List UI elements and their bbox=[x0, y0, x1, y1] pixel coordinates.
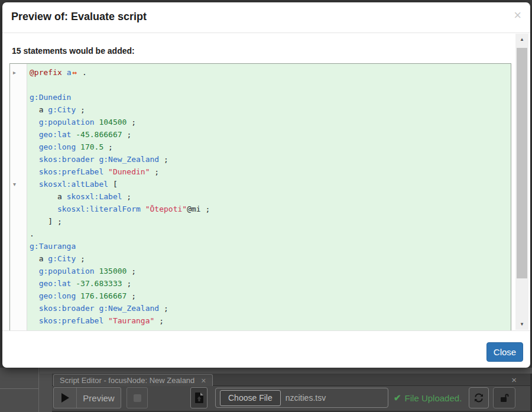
fold-widget-icon[interactable]: ↔ bbox=[71, 68, 77, 77]
code-preview: ▸@prefix a↔ .g:Dunedin a g:City ; g:popu… bbox=[9, 63, 511, 330]
gutter-cell bbox=[10, 265, 27, 277]
scrollbar-down-icon[interactable]: ▾ bbox=[515, 319, 528, 329]
code-line: g:population 104500 ; bbox=[10, 116, 511, 128]
code-line: geo:long 176.166667 ; bbox=[10, 290, 511, 302]
tab-script-editor-label: Script Editor - focusNode: New Zealand bbox=[60, 376, 194, 385]
refresh-button[interactable] bbox=[469, 387, 489, 408]
gutter-cell bbox=[10, 240, 27, 252]
background-band bbox=[40, 368, 532, 374]
code-line: skos:prefLabel "Tauranga" ; bbox=[10, 314, 511, 327]
refresh-icon bbox=[474, 393, 484, 403]
file-upload-icon bbox=[195, 392, 203, 403]
upload-file-button[interactable] bbox=[190, 387, 207, 408]
gutter-cell bbox=[10, 116, 27, 128]
preview-button[interactable]: Preview bbox=[77, 388, 121, 408]
preview-button-label: Preview bbox=[83, 393, 114, 403]
gutter-cell bbox=[10, 215, 27, 228]
code-line: g:Tauranga bbox=[10, 240, 511, 252]
upload-status-text: File Uploaded. bbox=[405, 393, 462, 403]
code-line: geo:lat -45.866667 ; bbox=[10, 128, 511, 141]
stop-icon bbox=[134, 394, 141, 402]
code-line: g:Dunedin bbox=[10, 91, 511, 103]
code-line: ▸@prefix a↔ . bbox=[10, 66, 511, 79]
gutter-cell bbox=[10, 314, 27, 327]
script-editor-toolbar: Preview Choose File nzcities.tsv bbox=[52, 386, 532, 412]
dialog-body: 15 statements would be added: ▸@prefix a… bbox=[2, 33, 530, 330]
fold-open-icon[interactable]: ▾ bbox=[10, 178, 27, 190]
tab-close-icon[interactable]: × bbox=[201, 377, 206, 385]
scrollbar-up-icon[interactable]: ▴ bbox=[515, 34, 528, 44]
code-line: geo:long 170.5 ; bbox=[10, 141, 511, 153]
gutter-cell bbox=[10, 190, 27, 203]
code-line: a g:City ; bbox=[10, 103, 511, 116]
gutter-cell bbox=[10, 91, 27, 103]
upload-status: ✔ File Uploaded. bbox=[394, 386, 462, 410]
uploaded-filename: nzcities.tsv bbox=[286, 393, 326, 403]
statements-summary: 15 statements would be added: bbox=[12, 46, 135, 56]
check-icon: ✔ bbox=[394, 392, 401, 403]
background-page: Script Editor - focusNode: New Zealand ×… bbox=[0, 368, 532, 412]
dialog-scrollbar[interactable]: ▴ ▾ bbox=[515, 34, 528, 330]
lock-button[interactable] bbox=[493, 387, 515, 408]
gutter-cell bbox=[10, 203, 27, 215]
code-line: skos:prefLabel "Dunedin" ; bbox=[10, 166, 511, 178]
gutter-cell bbox=[10, 141, 27, 153]
play-icon bbox=[61, 393, 69, 403]
code-line: ] ; bbox=[10, 215, 511, 228]
code-line: g:population 135000 ; bbox=[10, 265, 511, 277]
code-line: skosxl:literalForm "Ōtepoti"@mi ; bbox=[10, 203, 511, 215]
code-line: a g:City ; bbox=[10, 252, 511, 265]
code-line bbox=[10, 79, 511, 91]
fold-collapsed-icon[interactable]: ▸ bbox=[10, 66, 27, 79]
gutter-cell bbox=[10, 228, 27, 240]
gutter-cell bbox=[10, 252, 27, 265]
file-input: Choose File nzcities.tsv bbox=[215, 388, 388, 408]
gutter-cell bbox=[10, 103, 27, 116]
code-line: skos:broader g:New_Zealand ; bbox=[10, 153, 511, 166]
gutter-cell bbox=[10, 79, 27, 91]
gutter-cell bbox=[10, 277, 27, 290]
stop-button[interactable] bbox=[126, 387, 148, 408]
code-line: geo:lat -37.683333 ; bbox=[10, 277, 511, 290]
gutter-cell bbox=[10, 153, 27, 166]
scrollbar-thumb[interactable] bbox=[517, 48, 527, 278]
gutter-cell bbox=[10, 128, 27, 141]
code-line: ▾ skosxl:altLabel [ bbox=[10, 178, 511, 190]
run-button-group: Preview bbox=[53, 387, 121, 408]
choose-file-button[interactable]: Choose File bbox=[220, 390, 281, 406]
code-line: a skosxl:Label ; bbox=[10, 190, 511, 203]
run-button[interactable] bbox=[54, 388, 77, 408]
dialog-title: Preview of: Evaluate script bbox=[11, 11, 147, 23]
preview-dialog: Preview of: Evaluate script × 15 stateme… bbox=[2, 2, 530, 368]
tab-script-editor[interactable]: Script Editor - focusNode: New Zealand × bbox=[53, 374, 213, 386]
gutter-cell bbox=[10, 302, 27, 314]
panel-close-icon[interactable]: × bbox=[511, 375, 517, 384]
gutter-cell bbox=[10, 166, 27, 178]
background-sidebar bbox=[0, 368, 39, 412]
code-line: skos:broader g:New_Zealand ; bbox=[10, 302, 511, 314]
script-editor-tabbar: Script Editor - focusNode: New Zealand ×… bbox=[52, 374, 532, 386]
dialog-footer: Close bbox=[2, 330, 530, 368]
code-line: . bbox=[10, 228, 511, 240]
unlock-icon bbox=[499, 393, 510, 403]
sidebar-divider bbox=[0, 388, 38, 389]
dialog-header: Preview of: Evaluate script × bbox=[2, 2, 530, 33]
gutter-cell bbox=[10, 290, 27, 302]
code-lines: ▸@prefix a↔ .g:Dunedin a g:City ; g:popu… bbox=[10, 66, 511, 327]
close-button[interactable]: Close bbox=[486, 342, 523, 362]
dialog-close-icon[interactable]: × bbox=[514, 9, 521, 22]
script-editor-panel: Script Editor - focusNode: New Zealand ×… bbox=[52, 374, 532, 412]
choose-file-label: Choose File bbox=[228, 393, 273, 403]
